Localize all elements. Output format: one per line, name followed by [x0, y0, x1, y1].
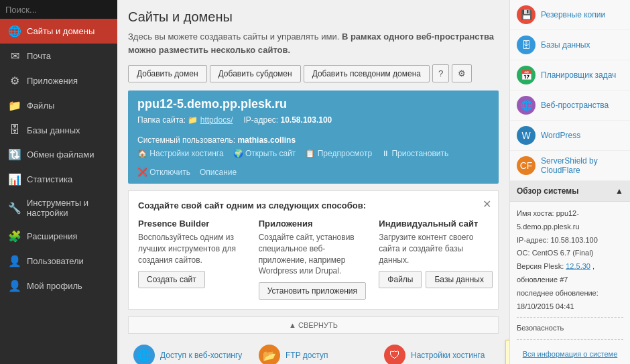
right-sidebar: 💾Резервные копии🗄Базы данных📅Планировщик…: [509, 0, 630, 364]
right-item-базы-данных[interactable]: 🗄Базы данных: [510, 30, 630, 60]
system-info-title: Обзор системы: [517, 186, 579, 196]
sidebar-label: Расширения: [27, 231, 78, 241]
create-site-box: ✕ Создайте свой сайт одним из следующих …: [128, 190, 499, 310]
sidebar-item-exchange[interactable]: 🔃Обмен файлами: [0, 142, 117, 167]
exchange-icon: 🔃: [8, 148, 21, 161]
grid-item-hosting-settings[interactable]: 🛡Настройки хостинга: [379, 341, 499, 364]
sidebar-item-mail[interactable]: ✉Почта: [0, 44, 117, 68]
add-alias-button[interactable]: Добавить псевдоним домена: [304, 65, 430, 82]
domain-info: Папка сайта: 📁 httpdocs/ IP-адрес: 10.58…: [137, 115, 489, 145]
search-bar: 🔍: [0, 0, 117, 19]
ext-icon: 🧩: [8, 230, 21, 243]
version-link[interactable]: 12.5.30: [566, 262, 590, 270]
folder-icon: 📁: [188, 115, 198, 125]
right-item-label: ServerShield by CloudFlare: [541, 156, 623, 175]
sidebar-label: Пользователи: [27, 256, 84, 266]
databases-button[interactable]: Базы данных: [426, 271, 492, 288]
sidebar-item-apps[interactable]: ⚙Приложения: [0, 68, 117, 93]
create-option-custom: Индивидуальный сайт Загрузите контент св…: [379, 219, 489, 300]
create-site-button[interactable]: Создать сайт: [138, 271, 205, 288]
right-item-веб-пространства[interactable]: 🌐Веб-пространства: [510, 90, 630, 121]
create-site-title: Создайте свой сайт одним из следующих сп…: [138, 200, 489, 210]
center-panel: Сайты и домены Здесь вы можете создавать…: [117, 0, 509, 364]
sidebar-label: Сайты и домены: [27, 26, 94, 36]
preview-link[interactable]: 📋 Предпросмотр: [305, 149, 372, 158]
main: Сайты и домены Здесь вы можете создавать…: [117, 0, 630, 364]
separator: [517, 317, 623, 318]
apps-desc: Создайте сайт, установив специальное веб…: [259, 232, 369, 277]
mail-icon: ✉: [8, 50, 21, 62]
sidebar-item-sites[interactable]: 🌐Сайты и домены: [0, 19, 117, 44]
sidebar-label: Инструменты и настройки: [27, 198, 109, 218]
settings-button[interactable]: ⚙: [452, 64, 472, 82]
sidebar-item-db[interactable]: 🗄Базы данных: [0, 118, 117, 142]
ip-info: IP-адрес: 10.58.103.100: [243, 115, 332, 125]
add-domain-button[interactable]: Добавить домен: [128, 65, 207, 82]
files-button[interactable]: Файлы: [379, 271, 422, 288]
sidebar-item-ext[interactable]: 🧩Расширения: [0, 224, 117, 249]
sidebar-item-stats[interactable]: 📊Статистика: [0, 167, 117, 192]
sidebar: 🔍 🌐Сайты и домены✉Почта⚙Приложения📁Файлы…: [0, 0, 117, 364]
help-button[interactable]: ?: [432, 64, 449, 82]
content: Сайты и домены Здесь вы можете создавать…: [117, 0, 630, 364]
right-item-label: Базы данных: [541, 40, 590, 50]
grid-item-web-hosting[interactable]: 🌐Доступ к веб-хостингу: [128, 341, 248, 364]
right-item-label: Резервные копии: [541, 10, 605, 19]
custom-site-buttons: Файлы Базы данных: [379, 271, 489, 288]
sidebar-label: Файлы: [27, 101, 54, 111]
hosting-settings-label: Настройки хостинга: [411, 351, 485, 360]
disable-link[interactable]: ❌ Отключить: [137, 168, 190, 177]
files-icon: 📁: [8, 99, 21, 112]
right-item-wordpress[interactable]: WWordPress: [510, 121, 630, 151]
hosting-settings-link[interactable]: 🏠 Настройки хостинга: [137, 149, 224, 158]
hostname-row: Имя хоста: ppu12-5.demo.pp.plesk.ru: [517, 207, 623, 234]
ip-row: IP-адрес: 10.58.103.100: [517, 234, 623, 247]
web-hosting-label: Доступ к веб-хостингу: [160, 351, 242, 360]
description-link[interactable]: Описание: [200, 168, 237, 177]
tooltip-box: Просмотр отчетов о посещении ваших сайто…: [505, 340, 509, 364]
right-item-планировщик-задач[interactable]: 📅Планировщик задач: [510, 60, 630, 90]
sidebar-label: Базы данных: [27, 125, 80, 135]
create-options: Presence Builder Воспользуйтесь одним из…: [138, 219, 489, 300]
open-site-link[interactable]: 🌍 Открыть сайт: [233, 149, 296, 158]
add-subdomain-button[interactable]: Добавить субдомен: [210, 65, 301, 82]
system-info-header[interactable]: Обзор системы ▲: [510, 181, 630, 202]
right-item-icon: 📅: [517, 66, 536, 84]
install-apps-button[interactable]: Установить приложения: [259, 282, 366, 300]
page-title: Сайты и домены: [128, 9, 499, 25]
sidebar-items: 🌐Сайты и домены✉Почта⚙Приложения📁Файлы🗄Б…: [0, 19, 117, 298]
security-row: Безопасность: [517, 322, 623, 335]
sidebar-label: Мой профиль: [27, 281, 82, 291]
right-sidebar-items: 💾Резервные копии🗄Базы данных📅Планировщик…: [510, 0, 630, 181]
presence-builder-title: Presence Builder: [138, 219, 248, 229]
custom-site-desc: Загрузите контент своего сайта и создайт…: [379, 232, 489, 265]
right-item-label: Планировщик задач: [541, 70, 616, 80]
page-description: Здесь вы можете создавать сайты и управл…: [128, 30, 499, 56]
icon-grid: 🌐Доступ к веб-хостингу📂FTP доступ🛡Настро…: [128, 341, 499, 364]
sites-icon: 🌐: [8, 25, 21, 38]
date-row: последнее обновление: 18/10/2015 04:41: [517, 287, 623, 314]
grid-item-ftp[interactable]: 📂FTP доступ: [253, 341, 373, 364]
close-create-site-button[interactable]: ✕: [483, 198, 491, 210]
sidebar-label: Приложения: [27, 76, 78, 86]
view-all-link[interactable]: Вся информация о системе: [517, 344, 623, 364]
sidebar-item-files[interactable]: 📁Файлы: [0, 93, 117, 118]
sidebar-item-users[interactable]: 👤Пользователи: [0, 249, 117, 274]
ftp-icon: 📂: [259, 345, 280, 364]
collapse-bar[interactable]: ▲ СВЕРНУТЬ: [128, 316, 499, 334]
sidebar-item-tools[interactable]: 🔧Инструменты и настройки: [0, 192, 117, 224]
domain-panel: ppu12-5.demo.pp.plesk.ru Папка сайта: 📁 …: [128, 90, 499, 184]
apps-title: Приложения: [259, 219, 369, 229]
search-input[interactable]: [5, 5, 118, 15]
folder-label: Папка сайта: 📁 httpdocs/: [137, 115, 233, 125]
pause-link[interactable]: ⏸ Приостановить: [381, 149, 448, 158]
right-item-icon: W: [517, 126, 536, 145]
folder-link[interactable]: httpdocs/: [200, 115, 233, 125]
right-item-servershield-by-cloudflare[interactable]: CFServerShield by CloudFlare: [510, 151, 630, 181]
system-info-body: Имя хоста: ppu12-5.demo.pp.plesk.ru IP-а…: [510, 202, 630, 364]
users-icon: 👤: [8, 255, 21, 267]
right-item-резервные-копии[interactable]: 💾Резервные копии: [510, 0, 630, 30]
sidebar-item-profile[interactable]: 👤Мой профиль: [0, 274, 117, 298]
custom-site-title: Индивидуальный сайт: [379, 219, 489, 229]
right-item-icon: 🗄: [517, 36, 536, 54]
